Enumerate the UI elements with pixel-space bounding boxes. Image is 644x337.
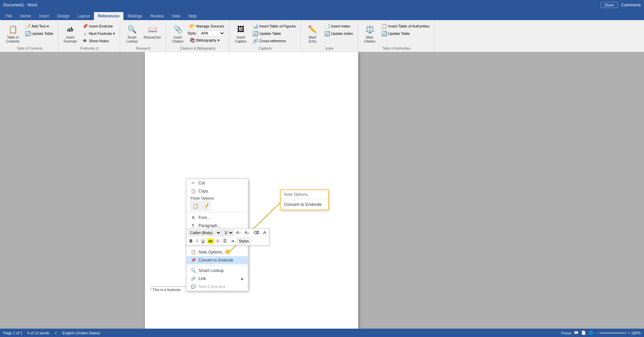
insert-index-button[interactable]: 📑 Insert Index <box>322 23 355 30</box>
tab-home[interactable]: Home <box>16 12 35 20</box>
bibliography-button[interactable]: 📚 Bibliography ▾ <box>187 37 226 44</box>
share-button[interactable]: Share <box>601 2 618 8</box>
mini-underline-button[interactable]: U <box>200 238 206 244</box>
mini-styles-button[interactable]: Styles <box>236 238 251 244</box>
insert-endnote-button[interactable]: 📌 Insert Endnote <box>80 23 117 30</box>
insert-toa-button[interactable]: 📋 Insert Table of Authorities <box>379 23 431 30</box>
zoom-in-button[interactable]: + <box>628 331 630 335</box>
mini-bold-button[interactable]: B <box>188 238 194 244</box>
popup-note-options[interactable]: Note Options... <box>281 190 328 199</box>
mini-list-button[interactable]: ☰ <box>221 238 228 244</box>
insert-table-of-figures-button[interactable]: 📊 Insert Table of Figures <box>251 23 298 30</box>
ctx-copy[interactable]: 📋 Copy <box>186 187 248 195</box>
smart-lookup-button[interactable]: 🔍 SmartLookup <box>123 23 140 45</box>
style-label: Style: <box>187 31 197 35</box>
comments-button[interactable]: Comments <box>621 3 641 7</box>
link-label: Link <box>199 276 206 281</box>
ctx-font[interactable]: A Font... <box>186 214 248 222</box>
mark-citation-button[interactable]: ⚖️ MarkCitation <box>361 23 378 45</box>
tab-layout[interactable]: Layout <box>74 12 94 20</box>
researcher-button[interactable]: 📖 Researcher <box>142 23 163 41</box>
language-indicator[interactable]: English (United States) <box>62 331 100 335</box>
zoom-level[interactable]: 100% <box>631 331 641 335</box>
ctx-link[interactable]: 🔗 Link ▶ <box>186 275 248 283</box>
ribbon-group-toc-content: 📋 Table ofContents 📝 Add Text ▾ 🔄 Update… <box>4 23 55 46</box>
tab-review[interactable]: Review <box>147 12 168 20</box>
manage-sources-button[interactable]: 📂 Manage Sources <box>187 23 226 30</box>
ctx-cut[interactable]: ✂ Cut <box>186 179 248 187</box>
view-mode-read[interactable]: 📖 <box>574 331 579 335</box>
zoom-out-button[interactable]: − <box>596 331 598 335</box>
style-select[interactable]: APA MLA Chicago <box>198 30 225 36</box>
mark-citation-icon: ⚖️ <box>364 24 375 35</box>
new-comment-icon: 💬 <box>191 284 196 289</box>
update-index-button[interactable]: 🔄 Update Index <box>322 30 355 37</box>
add-text-button[interactable]: 📝 Add Text ▾ <box>23 23 55 30</box>
table-of-contents-button[interactable]: 📋 Table ofContents <box>4 23 21 45</box>
mini-indent-button[interactable]: ⇥ <box>229 238 236 244</box>
mini-shrink-font-button[interactable]: A↓ <box>243 230 251 236</box>
footnote-text: ¹ This is a footnote. <box>150 288 181 292</box>
update-index-icon: 🔄 <box>324 31 330 36</box>
focus-label[interactable]: Focus <box>561 331 571 335</box>
insert-endnote-icon: 📌 <box>82 23 88 29</box>
update-table-button[interactable]: 🔄 Update Table <box>23 30 55 37</box>
tab-mailings[interactable]: Mailings <box>123 12 146 20</box>
update-table-captions-button[interactable]: 🔄 Update Table <box>251 30 298 37</box>
page-info: Page 1 of 1 <box>3 331 22 335</box>
toc-group-label: Table of Contents <box>16 46 43 50</box>
ctx-convert-to-endnote[interactable]: 📌 Convert to Endnote <box>186 256 248 264</box>
tab-design[interactable]: Design <box>53 12 73 20</box>
popup-callout: Note Options... Convert to Endnote <box>280 189 329 210</box>
spelling-check-icon[interactable]: ✓ <box>54 331 57 335</box>
ctx-new-comment[interactable]: 💬 New Comment <box>186 283 248 291</box>
mini-size-select[interactable]: 10 <box>222 230 234 236</box>
tab-file[interactable]: File <box>2 12 16 20</box>
mini-font-color-button[interactable]: A <box>262 230 268 236</box>
mark-entry-button[interactable]: ✏️ MarkEntry <box>304 23 321 45</box>
mini-font-color-btn2[interactable]: A <box>215 238 221 244</box>
view-mode-print[interactable]: 📄 <box>581 331 586 335</box>
insert-citation-label: InsertCitation <box>172 36 183 44</box>
tab-insert[interactable]: Insert <box>35 12 53 20</box>
mini-clear-formatting-button[interactable]: ⌫ <box>252 230 261 236</box>
zoom-controls: − + 100% <box>596 331 641 335</box>
next-footnote-button[interactable]: ↓ Next Footnote ▾ <box>80 30 117 37</box>
insert-footnote-button[interactable]: ab InsertFootnote <box>62 23 79 45</box>
cross-reference-button[interactable]: 🔗 Cross-reference <box>251 38 298 44</box>
paragraph-label: Paragraph... <box>199 223 221 228</box>
tab-view[interactable]: View <box>168 12 184 20</box>
view-mode-web[interactable]: 🌐 <box>589 331 593 335</box>
update-toa-icon: 🔄 <box>381 31 387 36</box>
ctx-sep-1 <box>186 212 248 213</box>
update-toa-button[interactable]: 🔄 Update Table <box>379 30 431 37</box>
tab-references[interactable]: References <box>94 12 124 20</box>
ribbon-group-index: ✏️ MarkEntry 📑 Insert Index 🔄 Update Ind… <box>302 21 358 52</box>
captions-small-buttons: 📊 Insert Table of Figures 🔄 Update Table… <box>251 23 298 44</box>
show-notes-button[interactable]: 👁 Show Notes <box>80 38 117 44</box>
convert-endnote-icon: 📌 <box>191 258 196 263</box>
ribbon-group-footnotes-content: ab InsertFootnote 📌 Insert Endnote ↓ Nex… <box>62 23 117 46</box>
popup-convert-to-endnote[interactable]: Convert to Endnote <box>281 199 328 210</box>
mini-grow-font-button[interactable]: A↑ <box>234 230 243 236</box>
add-text-label: Add Text ▾ <box>32 24 49 29</box>
researcher-icon: 📖 <box>147 24 158 35</box>
mini-highlight-button[interactable]: ab <box>207 238 214 244</box>
paste-btn-1[interactable]: 📋 <box>191 201 200 211</box>
ctx-smart-lookup[interactable]: 🔍 Smart Lookup <box>186 267 248 275</box>
tab-help[interactable]: Help <box>184 12 201 20</box>
smart-lookup-label: SmartLookup <box>126 36 138 44</box>
insert-caption-button[interactable]: 🖼 InsertCaption <box>232 23 249 45</box>
index-group-label: Index <box>325 46 333 50</box>
mini-italic-button[interactable]: I <box>195 238 199 244</box>
insert-citation-button[interactable]: 📎 InsertCitation <box>169 23 186 45</box>
update-index-label: Update Index <box>331 32 353 36</box>
insert-index-label: Insert Index <box>331 24 350 28</box>
footnotes-expand-icon[interactable]: ⊡ <box>96 47 99 50</box>
authorities-small-buttons: 📋 Insert Table of Authorities 🔄 Update T… <box>379 23 431 37</box>
paste-btn-2[interactable]: 📝 <box>201 201 210 211</box>
insert-caption-label: InsertCaption <box>235 36 247 44</box>
zoom-slider[interactable] <box>599 332 626 334</box>
mini-font-select[interactable]: Calibri (Body) <box>188 230 221 236</box>
ctx-note-options[interactable]: 📋 Note Options... <box>186 248 248 256</box>
